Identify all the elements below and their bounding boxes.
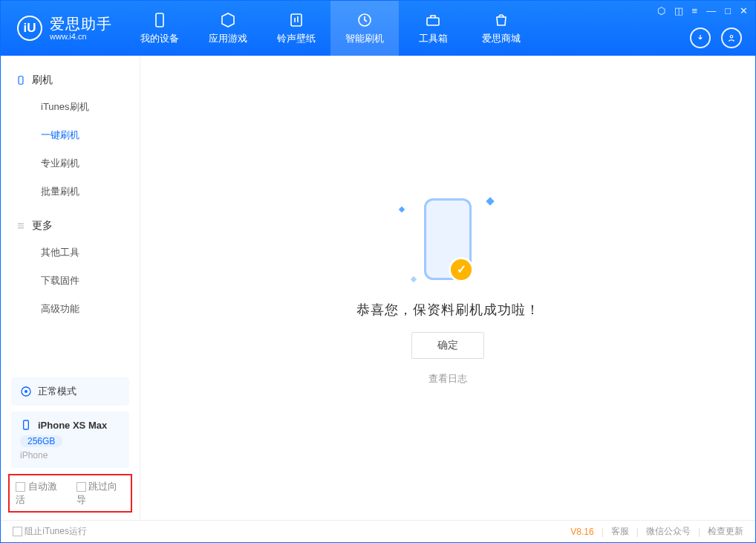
close-button[interactable]: ✕ <box>740 5 748 16</box>
device-storage: 256GB <box>20 435 62 447</box>
nav-device[interactable]: 我的设备 <box>126 1 194 56</box>
app-logo: iU 爱思助手 www.i4.cn <box>1 1 126 56</box>
sidebar-item-itunes[interactable]: iTunes刷机 <box>1 93 140 121</box>
device-type: iPhone <box>20 450 120 461</box>
sidebar-item-advanced[interactable]: 高级功能 <box>1 295 140 323</box>
download-icon[interactable] <box>690 27 711 48</box>
device-name: iPhone XS Max <box>38 420 107 431</box>
nav-rings[interactable]: 铃声壁纸 <box>262 1 330 56</box>
minimize-button[interactable]: — <box>706 5 716 16</box>
footer-wechat[interactable]: 微信公众号 <box>646 525 691 538</box>
footer-support[interactable]: 客服 <box>611 525 629 538</box>
success-message: 恭喜您，保资料刷机成功啦！ <box>356 301 540 319</box>
view-log-link[interactable]: 查看日志 <box>428 372 467 386</box>
svg-rect-1 <box>291 14 302 26</box>
nav-flash[interactable]: 智能刷机 <box>330 1 399 56</box>
nav-tools[interactable]: 工具箱 <box>399 1 467 56</box>
sidebar-item-other[interactable]: 其他工具 <box>1 238 140 267</box>
sidebar-flash-title: 刷机 <box>32 74 53 87</box>
ok-button[interactable]: 确定 <box>411 332 484 359</box>
nav-store-label: 爱思商城 <box>482 32 521 45</box>
svg-rect-5 <box>19 77 23 85</box>
menu-icon[interactable]: ≡ <box>692 5 698 16</box>
logo-icon: iU <box>17 16 42 41</box>
checkbox-icon[interactable] <box>16 482 25 492</box>
sidebar-item-batch[interactable]: 批量刷机 <box>1 178 140 206</box>
phone-icon <box>16 75 26 85</box>
nav-tools-label: 工具箱 <box>419 32 448 45</box>
device-icon <box>150 11 169 29</box>
checkbox-icon[interactable] <box>76 482 86 492</box>
svg-point-7 <box>25 390 27 393</box>
sidebar-more-title: 更多 <box>32 219 53 233</box>
maximize-button[interactable]: □ <box>725 5 731 16</box>
svg-rect-8 <box>24 420 29 429</box>
nav-device-label: 我的设备 <box>140 32 179 45</box>
device-card[interactable]: iPhone XS Max 256GB iPhone <box>11 412 129 468</box>
mode-label: 正常模式 <box>38 385 76 398</box>
svg-rect-3 <box>427 18 439 25</box>
toolbox-icon <box>423 11 443 29</box>
nav-rings-label: 铃声壁纸 <box>277 32 316 45</box>
box-icon[interactable]: ◫ <box>674 5 683 16</box>
sidebar-item-firmware[interactable]: 下载固件 <box>1 267 140 295</box>
nav-store[interactable]: 爱思商城 <box>467 1 535 56</box>
opt-skip-guide[interactable]: 跳过向导 <box>76 480 126 507</box>
version-label: V8.16 <box>570 527 593 537</box>
options-row: 自动激活 跳过向导 <box>8 474 132 513</box>
refresh-icon <box>355 11 374 29</box>
svg-rect-0 <box>156 13 163 27</box>
opt-auto-activate[interactable]: 自动激活 <box>16 480 65 507</box>
cube-icon <box>218 11 238 29</box>
footer-block-itunes[interactable]: 阻止iTunes运行 <box>13 525 87 538</box>
user-icon[interactable] <box>721 27 742 48</box>
mode-icon <box>20 386 32 397</box>
window-controls: ⬡ ◫ ≡ — □ ✕ <box>657 5 748 16</box>
check-badge-icon: ✓ <box>449 257 474 282</box>
sidebar-section-flash: 刷机 <box>1 68 140 93</box>
list-icon <box>16 221 26 231</box>
svg-point-4 <box>730 36 733 39</box>
success-illustration: ✓ <box>392 191 504 287</box>
nav-apps-label: 应用游戏 <box>209 32 247 45</box>
sidebar-item-oneclick[interactable]: 一键刷机 <box>1 121 140 149</box>
bag-icon <box>492 11 511 29</box>
app-name: 爱思助手 <box>50 16 112 32</box>
footer-update[interactable]: 检查更新 <box>708 525 743 538</box>
sidebar-item-pro[interactable]: 专业刷机 <box>1 149 140 178</box>
sidebar-section-more: 更多 <box>1 213 140 238</box>
app-domain: www.i4.cn <box>50 32 112 41</box>
mode-card[interactable]: 正常模式 <box>11 377 129 406</box>
nav-apps[interactable]: 应用游戏 <box>194 1 262 56</box>
music-icon <box>287 11 306 29</box>
shirt-icon[interactable]: ⬡ <box>657 5 665 16</box>
phone-outline-icon: ✓ <box>424 198 472 280</box>
checkbox-icon[interactable] <box>13 527 22 536</box>
device-small-icon <box>20 419 32 431</box>
nav-flash-label: 智能刷机 <box>345 32 384 45</box>
